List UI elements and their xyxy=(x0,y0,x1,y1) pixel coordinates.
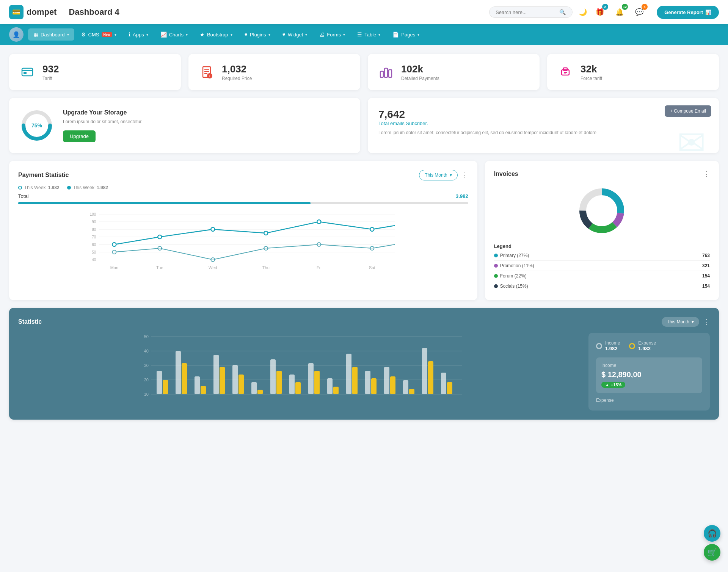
bar xyxy=(428,361,433,394)
storage-title: Upgrade Your Storage xyxy=(63,109,143,116)
nav-item-bootstrap[interactable]: ★ Bootstrap ▾ xyxy=(195,28,238,41)
promotion-dot xyxy=(494,264,498,268)
force-tariff-icon xyxy=(556,63,574,81)
chevron-pages-icon: ▾ xyxy=(417,33,419,37)
payment-filter-button[interactable]: This Month ▾ xyxy=(419,170,457,180)
invoices-donut-svg xyxy=(575,184,628,237)
page-title: Dashboard 4 xyxy=(69,7,489,17)
nav-label-table: Table xyxy=(364,32,376,38)
bar xyxy=(314,371,320,394)
statistic-menu-icon[interactable]: ⋮ xyxy=(703,318,710,326)
svg-text:80: 80 xyxy=(92,227,96,232)
search-icon: 🔍 xyxy=(559,9,566,15)
svg-rect-2 xyxy=(24,72,27,74)
nav-item-cms[interactable]: ⚙ CMS New ▾ xyxy=(76,28,122,41)
svg-point-34 xyxy=(264,231,268,235)
income-expense-row: Income 1.982 Expense 1.982 xyxy=(596,340,702,351)
widget-icon: ♥ xyxy=(282,31,286,38)
stat-card-detailed-payments: 102k Detailed Payments xyxy=(368,54,540,90)
nav-label-widget: Widget xyxy=(288,32,303,38)
chevron-widget-icon: ▾ xyxy=(305,33,307,37)
search-bar[interactable]: 🔍 xyxy=(489,6,573,18)
svg-text:Wed: Wed xyxy=(209,265,217,270)
stat-side-panel: Income 1.982 Expense 1.982 Income $ xyxy=(588,333,710,411)
invoices-menu-icon[interactable]: ⋮ xyxy=(703,170,710,178)
income-info: Income 1.982 xyxy=(605,340,620,351)
nav-item-apps[interactable]: ℹ Apps ▾ xyxy=(123,28,154,41)
bell-badge: 12 xyxy=(622,4,628,10)
statistic-content: 50 40 30 20 10 xyxy=(18,333,710,411)
storage-percent-label: 75% xyxy=(31,122,42,129)
search-input[interactable] xyxy=(496,9,556,15)
payment-card-header: Payment Statistic This Month ▾ ⋮ xyxy=(18,170,468,180)
bar xyxy=(441,373,446,394)
logo: 💳 dompet xyxy=(9,5,56,19)
statistic-filter-button[interactable]: This Month ▾ xyxy=(662,317,699,327)
legend-item-1: This Week 1.982 xyxy=(18,185,60,190)
legend-item-2: This Week 1.982 xyxy=(67,185,108,190)
bar-chart-container: 50 40 30 20 10 xyxy=(18,333,579,411)
svg-text:40: 40 xyxy=(144,349,149,353)
detailed-payments-label: Detailed Payments xyxy=(401,76,439,81)
generate-report-button[interactable]: Generate Report 📊 xyxy=(657,6,719,19)
nav-item-table[interactable]: ☰ Table ▾ xyxy=(352,28,386,41)
legend-value-1: 1.982 xyxy=(48,185,59,190)
badge-text: +15% xyxy=(611,382,621,387)
svg-rect-0 xyxy=(22,68,33,76)
svg-text:60: 60 xyxy=(92,243,96,247)
bar xyxy=(289,375,295,394)
svg-point-31 xyxy=(112,243,116,246)
nav-label-charts: Charts xyxy=(169,32,184,38)
bell-icon: 🔔 xyxy=(615,8,624,16)
nav-label-cms: CMS xyxy=(88,32,99,38)
logo-icon: 💳 xyxy=(9,5,24,19)
gift-btn[interactable]: 🎁 2 xyxy=(593,5,607,19)
svg-text:90: 90 xyxy=(92,220,96,224)
total-row: Total 3.982 xyxy=(18,193,468,199)
bar xyxy=(182,363,187,394)
svg-point-42 xyxy=(370,246,374,250)
compose-email-button[interactable]: + Compose Email xyxy=(665,105,711,117)
payment-menu-icon[interactable]: ⋮ xyxy=(461,171,468,179)
nav-item-dashboard[interactable]: ▦ Dashboard ▾ xyxy=(28,28,74,41)
bar xyxy=(176,351,181,394)
nav-item-widget[interactable]: ♥ Widget ▾ xyxy=(277,28,313,41)
required-price-info: 1,032 Required Price xyxy=(222,63,252,81)
legend-value-2: 1.982 xyxy=(97,185,108,190)
legend-title: Legend xyxy=(494,243,710,249)
stat-card-force-tariff: 32k Force tariff xyxy=(547,54,719,90)
stat-card-required-price: + 1,032 Required Price xyxy=(188,54,360,90)
generate-btn-label: Generate Report xyxy=(664,9,703,15)
nav-item-forms[interactable]: 🖨 Forms ▾ xyxy=(314,28,350,41)
socials-value: 154 xyxy=(702,284,710,289)
detailed-payments-value: 102k xyxy=(401,63,439,75)
nav-item-charts[interactable]: 📈 Charts ▾ xyxy=(155,28,193,41)
invoice-legend-socials: Socials (15%) 154 xyxy=(494,281,710,291)
svg-rect-10 xyxy=(384,68,388,77)
svg-rect-11 xyxy=(389,70,392,77)
svg-text:100: 100 xyxy=(90,212,96,216)
storage-card: 75% Upgrade Your Storage Lorem ipsum dol… xyxy=(9,98,360,153)
chat-btn[interactable]: 💬 5 xyxy=(632,5,646,19)
bar xyxy=(213,355,219,394)
svg-point-40 xyxy=(264,246,268,250)
forms-icon: 🖨 xyxy=(319,31,325,38)
nav-item-pages[interactable]: 📄 Pages ▾ xyxy=(387,28,425,41)
tariff-info: 932 Tariff xyxy=(42,63,59,81)
bar xyxy=(365,371,370,394)
bar xyxy=(327,378,333,394)
email-description: Lorem ipsum dolor sit amet, consectetur … xyxy=(378,129,708,136)
email-bg-icon: ✉ xyxy=(677,123,719,153)
socials-label: Socials (15%) xyxy=(500,284,528,289)
filter-label: This Month xyxy=(425,172,447,178)
nav-item-plugins[interactable]: ♥ Plugins ▾ xyxy=(239,28,276,41)
upgrade-button[interactable]: Upgrade xyxy=(63,130,96,142)
notification-btn[interactable]: 🔔 12 xyxy=(613,5,626,19)
bootstrap-icon: ★ xyxy=(200,31,205,38)
bar xyxy=(352,367,358,394)
svg-point-41 xyxy=(317,243,321,246)
income-box-label: Income xyxy=(601,363,697,368)
svg-text:50: 50 xyxy=(144,334,149,339)
moon-icon[interactable]: 🌙 xyxy=(579,8,587,16)
bar xyxy=(390,376,395,394)
